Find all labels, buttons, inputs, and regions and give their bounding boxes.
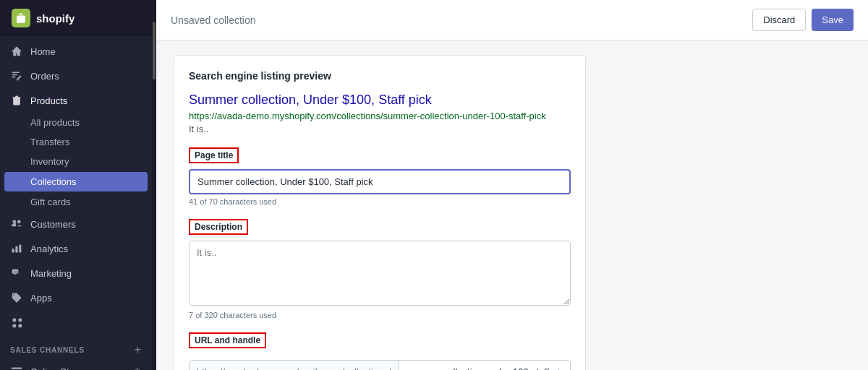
analytics-icon	[10, 242, 23, 255]
page-title-label: Page title	[189, 147, 239, 163]
sidebar-item-label: Apps	[30, 293, 52, 304]
sidebar-item-label: Orders	[30, 71, 59, 82]
sidebar-item-marketing[interactable]: Marketing	[0, 261, 152, 285]
url-prefix: https://avada-demo.myshopify.com/collect…	[190, 361, 399, 370]
orders-icon	[10, 69, 23, 82]
url-handle-section: URL and handle https://avada-demo.myshop…	[189, 332, 571, 370]
customers-icon	[10, 218, 23, 231]
discard-button[interactable]: Discard	[752, 9, 806, 31]
url-handle-label: URL and handle	[189, 332, 266, 348]
seo-section-title: Search engine listing preview	[189, 70, 571, 82]
page-title-section: Page title 41 of 70 characters used	[189, 147, 571, 206]
main-area: Unsaved collection Discard Save Search e…	[156, 0, 868, 370]
seo-preview-title[interactable]: Summer collection, Under $100, Staff pic…	[189, 92, 571, 108]
sidebar-item-analytics[interactable]: Analytics	[0, 236, 152, 261]
sidebar-item-label: Customers	[30, 219, 76, 230]
apps-icon	[10, 316, 23, 329]
sidebar-item-label: Home	[30, 46, 56, 57]
sales-channels-label: SALES CHANNELS +	[0, 335, 152, 359]
sidebar-item-label: Collections	[30, 176, 77, 187]
description-textarea[interactable]	[189, 241, 571, 306]
sidebar-item-home[interactable]: Home	[0, 39, 152, 64]
marketing-icon	[10, 267, 23, 280]
topbar: Unsaved collection Discard Save	[156, 0, 868, 40]
shopify-wordmark: shopify	[36, 12, 75, 25]
products-icon	[10, 94, 23, 107]
sidebar-item-label: Transfers	[30, 137, 69, 147]
description-label: Description	[189, 219, 248, 235]
shopify-bag-icon	[12, 9, 30, 27]
content-area: Search engine listing preview Summer col…	[156, 40, 868, 370]
sidebar-item-label: Inventory	[30, 156, 69, 167]
sidebar-subitem-collections[interactable]: Collections	[4, 172, 148, 192]
seo-preview-description: It is..	[189, 124, 571, 134]
sidebar-item-apps[interactable]	[0, 310, 152, 335]
sidebar-item-label: Gift cards	[30, 197, 71, 207]
sidebar-item-discounts[interactable]: Apps	[0, 285, 152, 310]
sidebar-item-orders[interactable]: Orders	[0, 64, 152, 88]
home-icon	[10, 45, 23, 58]
sidebar-item-label: Online Store	[30, 366, 82, 371]
add-channel-icon[interactable]: +	[135, 343, 142, 356]
discounts-icon	[10, 291, 23, 304]
sidebar-item-online-store[interactable]: Online Store 👁	[0, 359, 152, 370]
description-section: Description 7 of 320 characters used	[189, 219, 571, 319]
sidebar-scrollbar-track[interactable]	[152, 0, 156, 370]
save-button[interactable]: Save	[812, 9, 854, 31]
sidebar-subitem-all-products[interactable]: All products	[0, 113, 152, 132]
url-handle-input[interactable]	[399, 361, 570, 370]
sidebar-item-label: Marketing	[30, 268, 72, 279]
sidebar-item-label: All products	[30, 117, 80, 128]
sidebar: shopify Home Orders	[0, 0, 152, 370]
sidebar-item-products[interactable]: Products	[0, 88, 152, 113]
page-title-char-count: 41 of 70 characters used	[189, 197, 571, 206]
topbar-actions: Discard Save	[752, 9, 854, 31]
page-title: Unsaved collection	[171, 14, 256, 26]
visibility-icon: 👁	[133, 366, 142, 370]
description-char-count: 7 of 320 characters used	[189, 311, 571, 319]
store-icon	[10, 365, 23, 370]
sidebar-subitem-transfers[interactable]: Transfers	[0, 132, 152, 152]
sidebar-item-label: Analytics	[30, 244, 68, 254]
sidebar-item-label: Products	[30, 95, 67, 106]
seo-card: Search engine listing preview Summer col…	[174, 55, 586, 370]
sidebar-nav: Home Orders Products All products	[0, 36, 152, 370]
sidebar-item-customers[interactable]: Customers	[0, 212, 152, 236]
sidebar-subitem-gift-cards[interactable]: Gift cards	[0, 192, 152, 212]
seo-preview-url: https://avada-demo.myshopify.com/collect…	[189, 111, 571, 121]
sidebar-subitem-inventory[interactable]: Inventory	[0, 152, 152, 171]
sidebar-logo[interactable]: shopify	[0, 0, 152, 36]
url-handle-row: https://avada-demo.myshopify.com/collect…	[189, 360, 571, 370]
sidebar-scrollbar-thumb[interactable]	[153, 22, 156, 79]
page-title-input[interactable]	[189, 169, 571, 194]
